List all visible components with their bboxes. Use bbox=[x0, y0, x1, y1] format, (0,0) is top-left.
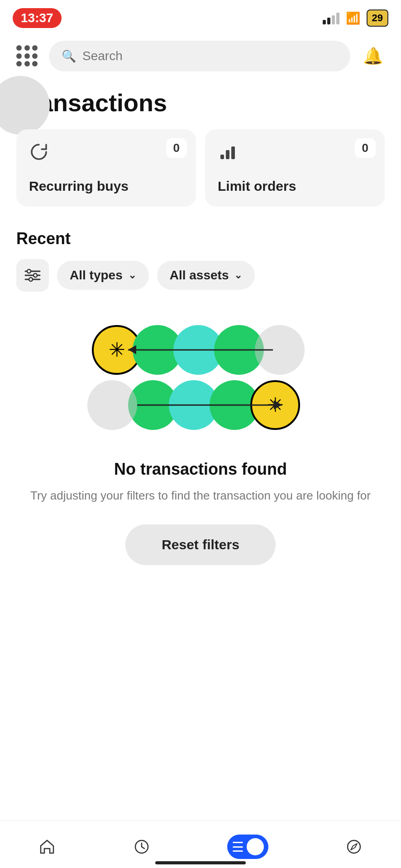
empty-subtitle: Try adjusting your filters to find the t… bbox=[3, 487, 398, 505]
nav-transactions[interactable]: ☰ bbox=[218, 830, 277, 863]
battery-indicator: 29 bbox=[367, 9, 388, 27]
illustration-row-2: ✳ bbox=[101, 380, 318, 430]
page-title: Transactions bbox=[0, 80, 401, 129]
empty-title: No transactions found bbox=[114, 460, 287, 479]
all-types-dropdown[interactable]: All types ⌄ bbox=[57, 261, 149, 290]
reset-filters-button[interactable]: Reset filters bbox=[125, 524, 276, 565]
recurring-buys-icon bbox=[29, 142, 183, 166]
recurring-buys-count: 0 bbox=[166, 138, 187, 158]
svg-rect-2 bbox=[231, 146, 235, 159]
recurring-buys-label: Recurring buys bbox=[29, 179, 183, 194]
nav-history[interactable] bbox=[124, 833, 160, 860]
empty-state-text: No transactions found Try adjusting your… bbox=[0, 451, 401, 583]
top-nav: 🔍 🔔 bbox=[0, 33, 401, 80]
grid-menu-icon[interactable] bbox=[16, 45, 38, 67]
svg-point-8 bbox=[29, 278, 33, 281]
nav-toggle-circle bbox=[247, 838, 264, 855]
filter-icon-button[interactable] bbox=[16, 259, 49, 292]
wifi-icon: 📶 bbox=[346, 11, 360, 25]
notification-bell-icon[interactable]: 🔔 bbox=[361, 44, 385, 68]
filter-row: All types ⌄ All assets ⌄ bbox=[0, 259, 401, 313]
recent-section-header: Recent bbox=[0, 225, 401, 259]
arrow-right-icon bbox=[137, 405, 282, 406]
limit-orders-card[interactable]: 0 Limit orders bbox=[205, 129, 385, 207]
arrow-left-icon bbox=[128, 349, 273, 351]
svg-rect-0 bbox=[220, 155, 224, 159]
illustration-row-1: ✳ bbox=[92, 325, 309, 375]
status-time: 13:37 bbox=[13, 8, 62, 28]
nav-explore[interactable] bbox=[336, 833, 372, 860]
svg-rect-1 bbox=[226, 150, 229, 159]
svg-point-10 bbox=[348, 840, 360, 853]
nav-transactions-icon: ☰ bbox=[232, 839, 244, 855]
nav-home[interactable] bbox=[29, 833, 65, 860]
svg-point-7 bbox=[33, 274, 37, 277]
search-icon: 🔍 bbox=[62, 49, 76, 63]
all-types-chevron-icon: ⌄ bbox=[128, 269, 136, 281]
svg-point-6 bbox=[27, 269, 31, 273]
search-bar[interactable]: 🔍 bbox=[49, 41, 350, 71]
limit-orders-icon bbox=[218, 142, 372, 166]
search-input[interactable] bbox=[82, 49, 338, 63]
recurring-buys-card[interactable]: 0 Recurring buys bbox=[16, 129, 196, 207]
nav-transactions-toggle[interactable]: ☰ bbox=[227, 835, 268, 859]
all-types-label: All types bbox=[70, 268, 123, 283]
circle-gray-2 bbox=[87, 380, 137, 430]
all-assets-label: All assets bbox=[170, 268, 229, 283]
all-assets-dropdown[interactable]: All assets ⌄ bbox=[157, 261, 255, 290]
empty-state-illustration: ✳ ✳ bbox=[0, 313, 401, 451]
limit-orders-count: 0 bbox=[355, 138, 376, 158]
cards-row: 0 Recurring buys 0 Limit orders bbox=[0, 129, 401, 225]
limit-orders-label: Limit orders bbox=[218, 179, 372, 194]
home-indicator bbox=[155, 861, 246, 864]
all-assets-chevron-icon: ⌄ bbox=[234, 269, 242, 281]
status-bar: 13:37 📶 29 bbox=[0, 0, 401, 33]
status-icons: 📶 29 bbox=[323, 9, 388, 27]
signal-icon bbox=[323, 12, 339, 24]
